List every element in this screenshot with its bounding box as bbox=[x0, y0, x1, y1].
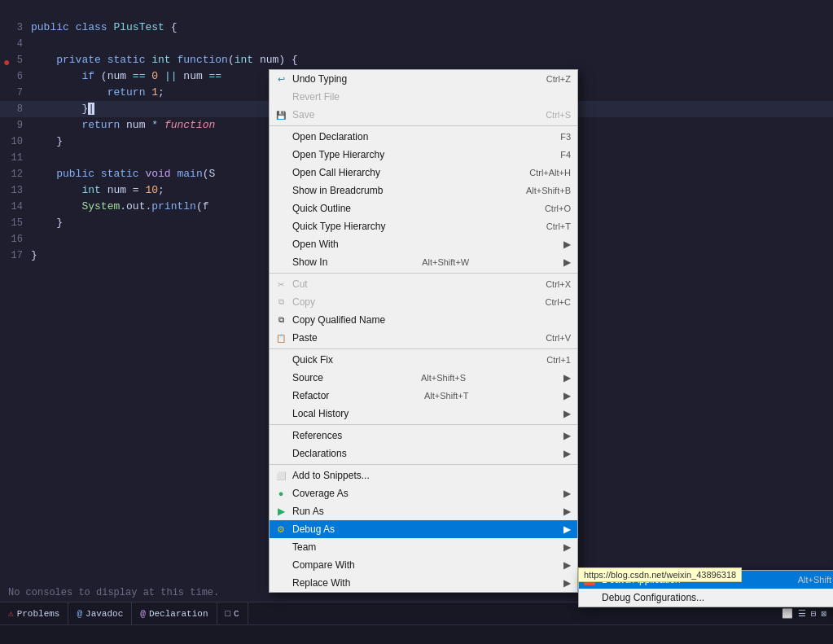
menu-item-show-in-breadcrumb[interactable]: Show in Breadcrumb Alt+Shift+B bbox=[270, 182, 577, 199]
menu-shortcut-undo-typing: Ctrl+Z bbox=[530, 74, 571, 84]
table-row: 3 public class PlusTest { bbox=[0, 20, 833, 36]
menu-label-replace-with: Replace With bbox=[292, 577, 350, 589]
table-row: 4 bbox=[0, 36, 833, 52]
open-with-icon bbox=[274, 238, 287, 251]
line-code: } bbox=[31, 134, 63, 150]
context-menu: ↩ Undo Typing Ctrl+Z Revert File 💾 Save … bbox=[269, 69, 578, 593]
toolbar-icon-3[interactable]: ⊟ bbox=[811, 608, 817, 619]
menu-shortcut-quick-outline: Ctrl+O bbox=[528, 204, 571, 213]
menu-item-open-call-hierarchy[interactable]: Open Call Hierarchy Ctrl+Alt+H bbox=[270, 164, 577, 182]
menu-shortcut-quick-type-hierarchy: Ctrl+T bbox=[530, 221, 571, 231]
breadcrumb-icon bbox=[274, 184, 287, 197]
menu-shortcut-show-in-breadcrumb: Alt+Shift+B bbox=[510, 186, 571, 195]
snippets-icon: ⬜ bbox=[274, 469, 287, 482]
menu-divider-4 bbox=[270, 424, 577, 425]
menu-item-revert-file: Revert File bbox=[270, 88, 577, 106]
menu-item-open-declaration[interactable]: Open Declaration F3 bbox=[270, 128, 577, 146]
menu-label-quick-outline: Quick Outline bbox=[292, 203, 351, 214]
tab-console[interactable]: □ C bbox=[217, 602, 248, 624]
line-number: 13 bbox=[0, 182, 31, 199]
local-history-icon bbox=[274, 407, 287, 420]
menu-shortcut-copy: Ctrl+C bbox=[529, 297, 571, 307]
menu-label-open-declaration: Open Declaration bbox=[292, 131, 368, 142]
menu-item-compare-with[interactable]: Compare With ▶ bbox=[270, 556, 577, 574]
menu-label-references: References bbox=[292, 430, 342, 441]
open-declaration-icon bbox=[274, 130, 287, 143]
team-icon bbox=[274, 541, 287, 554]
menu-item-undo-typing[interactable]: ↩ Undo Typing Ctrl+Z bbox=[270, 70, 577, 88]
replace-with-arrow: ▶ bbox=[547, 577, 571, 589]
menu-label-show-in-breadcrumb: Show in Breadcrumb bbox=[292, 185, 383, 196]
menu-item-debug-as[interactable]: ⚙ Debug As ▶ bbox=[270, 520, 577, 538]
toolbar-icon-4[interactable]: ⊠ bbox=[821, 608, 826, 619]
javadoc-icon: @ bbox=[77, 609, 82, 619]
menu-label-copy: Copy bbox=[292, 296, 315, 308]
refactor-arrow: ▶ bbox=[547, 390, 571, 401]
menu-item-quick-type-hierarchy[interactable]: Quick Type Hierarchy Ctrl+T bbox=[270, 217, 577, 235]
menu-item-coverage-as[interactable]: ● Coverage As ▶ bbox=[270, 484, 577, 502]
menu-item-open-with[interactable]: Open With ▶ bbox=[270, 235, 577, 253]
menu-item-quick-outline[interactable]: Quick Outline Ctrl+O bbox=[270, 199, 577, 217]
tab-javadoc-label: Javadoc bbox=[85, 609, 123, 619]
open-with-arrow: ▶ bbox=[547, 239, 571, 250]
copy-icon: ⧉ bbox=[274, 296, 287, 309]
menu-item-run-as[interactable]: ▶ Run As ▶ bbox=[270, 502, 577, 520]
toolbar-icon-1[interactable]: ⬜ bbox=[782, 608, 793, 619]
line-number: 7 bbox=[0, 85, 31, 101]
menu-item-add-to-snippets[interactable]: ⬜ Add to Snippets... bbox=[270, 467, 577, 484]
menu-item-quick-fix[interactable]: Quick Fix Ctrl+1 bbox=[270, 351, 577, 369]
menu-item-declarations[interactable]: Declarations ▶ bbox=[270, 445, 577, 462]
tab-problems[interactable]: ⚠ Problems bbox=[0, 602, 68, 624]
menu-item-references[interactable]: References ▶ bbox=[270, 427, 577, 445]
menu-item-open-type-hierarchy[interactable]: Open Type Hierarchy F4 bbox=[270, 146, 577, 164]
menu-label-run-as: Run As bbox=[292, 506, 324, 517]
tab-declaration[interactable]: @ Declaration bbox=[132, 602, 217, 624]
tab-console-label: C bbox=[234, 609, 239, 619]
toolbar-icon-2[interactable]: ☰ bbox=[798, 608, 806, 619]
menu-label-save: Save bbox=[292, 109, 314, 120]
menu-item-copy-qualified-name[interactable]: ⧉ Copy Qualified Name bbox=[270, 311, 577, 329]
line-code: }| bbox=[31, 101, 94, 117]
revert-icon bbox=[274, 90, 287, 103]
url-tooltip: https://blog.csdn.net/weixin_43896318 bbox=[578, 567, 742, 582]
table-row: ● 5 private static int function(int num)… bbox=[0, 52, 833, 68]
source-arrow: ▶ bbox=[547, 372, 571, 383]
cut-icon: ✂ bbox=[274, 278, 287, 291]
menu-label-compare-with: Compare With bbox=[292, 559, 355, 571]
menu-shortcut-save: Ctrl+S bbox=[529, 110, 571, 120]
tab-javadoc[interactable]: @ Javadoc bbox=[68, 602, 132, 624]
menu-item-paste[interactable]: 📋 Paste Ctrl+V bbox=[270, 329, 577, 347]
menu-item-replace-with[interactable]: Replace With ▶ bbox=[270, 574, 577, 592]
line-code: public class PlusTest { bbox=[31, 20, 177, 36]
menu-label-team: Team bbox=[292, 541, 316, 553]
copy-qualified-name-icon: ⧉ bbox=[274, 313, 287, 326]
coverage-as-arrow: ▶ bbox=[547, 488, 571, 499]
quick-outline-icon bbox=[274, 202, 287, 215]
menu-label-refactor: Refactor bbox=[292, 390, 329, 401]
quick-type-hierarchy-icon bbox=[274, 220, 287, 233]
open-type-hierarchy-icon bbox=[274, 148, 287, 161]
console-text: No consoles to display at this time. bbox=[8, 587, 219, 598]
menu-label-source: Source bbox=[292, 372, 323, 383]
menu-divider-2 bbox=[270, 273, 577, 274]
menu-label-debug-as: Debug As bbox=[292, 524, 335, 535]
save-icon: 💾 bbox=[274, 108, 287, 121]
debug-as-arrow: ▶ bbox=[547, 524, 571, 535]
quick-fix-icon bbox=[274, 353, 287, 366]
line-number: 14 bbox=[0, 199, 31, 215]
menu-item-team[interactable]: Team ▶ bbox=[270, 538, 577, 556]
menu-divider-3 bbox=[270, 348, 577, 349]
line-number: 15 bbox=[0, 215, 31, 231]
line-number: 10 bbox=[0, 134, 31, 150]
menu-label-paste: Paste bbox=[292, 332, 318, 344]
menu-item-source[interactable]: Source Alt+Shift+S ▶ bbox=[270, 369, 577, 387]
table-row bbox=[0, 3, 833, 20]
submenu-item-debug-configurations[interactable]: Debug Configurations... bbox=[579, 589, 833, 607]
menu-item-save: 💾 Save Ctrl+S bbox=[270, 106, 577, 124]
menu-label-undo-typing: Undo Typing bbox=[292, 73, 347, 85]
menu-item-show-in[interactable]: Show In Alt+Shift+W ▶ bbox=[270, 253, 577, 271]
menu-item-refactor[interactable]: Refactor Alt+Shift+T ▶ bbox=[270, 387, 577, 405]
refactor-icon bbox=[274, 389, 287, 402]
declarations-arrow: ▶ bbox=[547, 448, 571, 459]
menu-item-local-history[interactable]: Local History ▶ bbox=[270, 405, 577, 423]
